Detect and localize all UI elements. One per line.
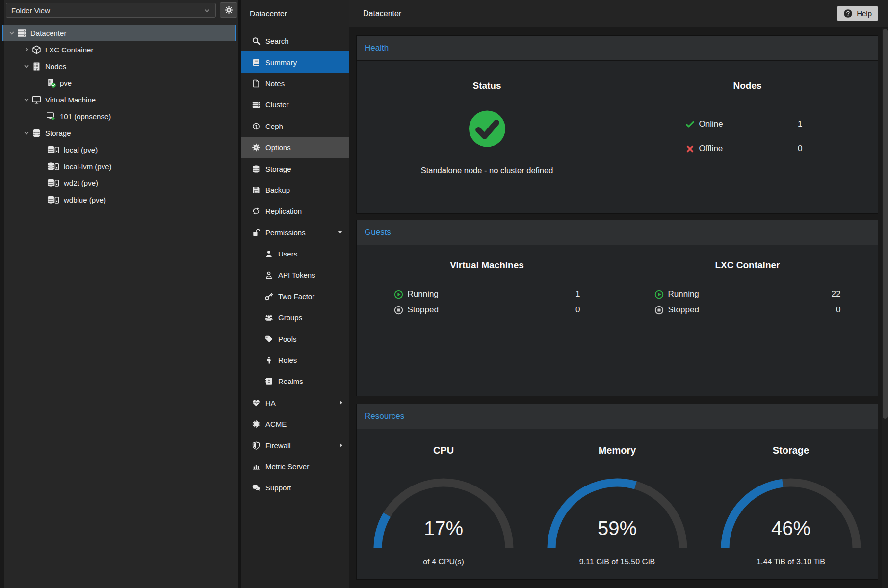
memory-gauge-arc	[544, 475, 691, 552]
menu-item-replication[interactable]: Replication	[241, 201, 349, 222]
menu-item-label: Realms	[278, 377, 303, 385]
menu-item-label: Options	[265, 143, 291, 152]
menu-item-support[interactable]: Support	[241, 477, 349, 498]
guest-state-value: 1	[575, 289, 580, 299]
chevron-down-icon[interactable]	[7, 29, 16, 37]
menu-item-label: Pools	[278, 335, 297, 343]
memory-gauge: Memory 59% 9.11 GiB of 15.50 GiB	[530, 429, 704, 579]
help-button[interactable]: Help	[837, 6, 878, 21]
menu-item-label: Notes	[265, 79, 285, 88]
menu-item-label: Search	[265, 37, 289, 45]
tree-item-local-lvm-pve[interactable]: local-lvm (pve)	[2, 158, 236, 175]
menu-item-groups[interactable]: Groups	[241, 307, 349, 328]
chevron-right-icon	[340, 443, 342, 448]
status-message: Standalone node - no cluster defined	[357, 166, 617, 175]
node-status-row-online: Online1	[686, 112, 810, 136]
node-status-value: 1	[798, 119, 809, 129]
content-header: Datacenter Help	[349, 0, 888, 27]
server-icon	[17, 28, 26, 38]
menu-item-users[interactable]: Users	[241, 243, 349, 264]
database-drive-icon	[47, 162, 60, 171]
menu-item-label: HA	[265, 399, 276, 407]
tree-item-label: wdblue (pve)	[64, 196, 106, 204]
floppy-icon	[251, 186, 261, 194]
book-icon	[251, 58, 261, 67]
menu-item-metric-server[interactable]: Metric Server	[241, 456, 349, 477]
tree-item-wdblue-pve[interactable]: wdblue (pve)	[2, 191, 236, 208]
group-icon	[264, 313, 274, 322]
cpu-gauge-heading: CPU	[357, 445, 530, 456]
cluster-icon	[251, 101, 261, 109]
chevron-down-icon[interactable]	[22, 129, 31, 137]
node-status-value: 0	[798, 144, 809, 153]
menu-item-two-factor[interactable]: Two Factor	[241, 286, 349, 307]
tree-item-label: Nodes	[45, 62, 66, 71]
resource-tree-panel: Folder View DatacenterLXC ContainerNodes…	[0, 0, 238, 588]
tree-item-label: LXC Container	[45, 46, 93, 54]
menu-item-ceph[interactable]: Ceph	[241, 116, 349, 137]
menu-item-api-tokens[interactable]: API Tokens	[241, 264, 349, 285]
chevron-down-icon[interactable]	[22, 62, 31, 70]
tree-item-virtual-machine[interactable]: Virtual Machine	[2, 91, 236, 108]
check-icon	[686, 120, 694, 128]
vertical-scrollbar[interactable]	[882, 28, 888, 588]
menu-item-cluster[interactable]: Cluster	[241, 94, 349, 115]
chevron-down-icon[interactable]	[22, 96, 31, 103]
menu-item-summary[interactable]: Summary	[241, 51, 349, 73]
menu-item-realms[interactable]: Realms	[241, 371, 349, 392]
menu-item-storage[interactable]: Storage	[241, 158, 349, 179]
health-panel-title: Health	[357, 36, 878, 61]
expander-spacer	[37, 196, 46, 204]
storage-gauge-percent: 46%	[704, 517, 878, 539]
view-selector[interactable]: Folder View	[6, 3, 216, 18]
menu-item-pools[interactable]: Pools	[241, 328, 349, 349]
tree-item-label: local-lvm (pve)	[64, 162, 112, 171]
chevron-right-icon	[340, 400, 342, 405]
menu-title: Datacenter	[241, 0, 349, 27]
menu-item-ha[interactable]: HA	[241, 392, 349, 413]
user-outline-icon	[264, 271, 274, 279]
expander-spacer	[37, 146, 46, 153]
database-drive-icon	[47, 195, 60, 205]
comments-icon	[251, 484, 261, 492]
menu-item-label: Groups	[278, 313, 302, 322]
tree-item-label: local (pve)	[64, 146, 98, 154]
chart-icon	[251, 462, 261, 471]
tree-item-nodes[interactable]: Nodes	[2, 58, 236, 75]
tag-icon	[264, 335, 274, 343]
menu-item-notes[interactable]: Notes	[241, 73, 349, 94]
shield-icon	[251, 441, 261, 450]
tree-item-lxc-container[interactable]: LXC Container	[2, 41, 236, 58]
tree-item-storage[interactable]: Storage	[2, 125, 236, 141]
tree-item-pve[interactable]: pve	[2, 75, 236, 91]
memory-gauge-percent: 59%	[530, 517, 704, 539]
nodes-heading: Nodes	[617, 80, 878, 91]
status-ok-icon	[468, 110, 506, 148]
menu-item-acme[interactable]: ACME	[241, 413, 349, 435]
chevron-down-icon	[338, 231, 342, 234]
ceph-icon	[251, 122, 261, 130]
menu-item-firewall[interactable]: Firewall	[241, 435, 349, 456]
menu-item-backup[interactable]: Backup	[241, 179, 349, 201]
guest-state-label: Stopped	[408, 305, 439, 315]
memory-gauge-sublabel: 9.11 GiB of 15.50 GiB	[530, 558, 704, 566]
node-status-label: Online	[699, 119, 723, 129]
running-icon	[394, 290, 403, 299]
menu-item-permissions[interactable]: Permissions	[241, 222, 349, 243]
tree-settings-button[interactable]	[220, 2, 237, 18]
config-menu: SearchSummaryNotesClusterCephOptionsStor…	[241, 27, 349, 499]
chevron-right-icon[interactable]	[22, 46, 31, 53]
monitor-play-icon	[47, 112, 56, 121]
menu-item-roles[interactable]: Roles	[241, 350, 349, 371]
menu-item-label: Ceph	[265, 122, 283, 130]
menu-item-options[interactable]: Options	[241, 137, 349, 158]
tree-item-local-pve[interactable]: local (pve)	[2, 141, 236, 158]
tree-item-datacenter[interactable]: Datacenter	[2, 25, 236, 41]
tree-item-wd2t-pve[interactable]: wd2t (pve)	[2, 175, 236, 191]
unlock-icon	[251, 229, 261, 237]
scrollbar-thumb[interactable]	[883, 29, 888, 419]
guest-state-label: Running	[668, 289, 699, 299]
tree-item-101-opnsense[interactable]: 101 (opnsense)	[2, 108, 236, 125]
database-drive-icon	[47, 179, 60, 188]
menu-item-search[interactable]: Search	[241, 30, 349, 51]
